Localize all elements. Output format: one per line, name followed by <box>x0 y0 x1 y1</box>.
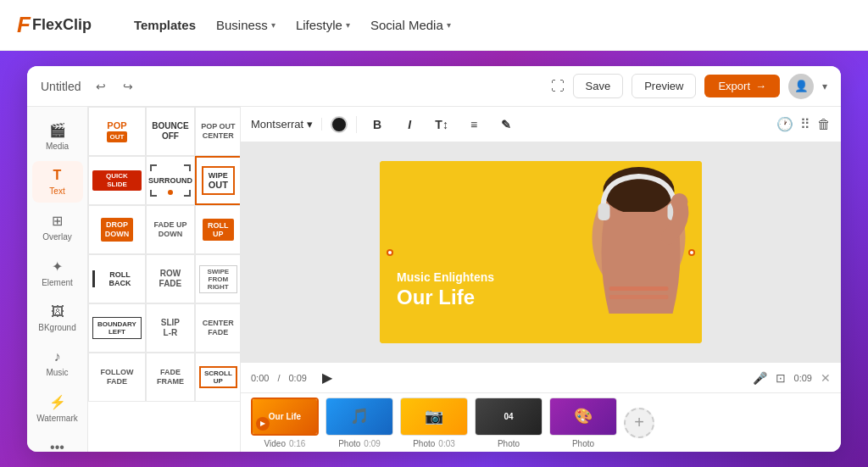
align-button[interactable]: ≡ <box>462 113 486 136</box>
sidebar-item-overlay[interactable]: ⊞ Overlay <box>32 206 83 248</box>
add-clip-button[interactable]: + <box>624 408 654 438</box>
logo-icon: F <box>17 12 31 38</box>
color-picker[interactable] <box>331 116 348 133</box>
close-icon[interactable]: ✕ <box>821 371 831 385</box>
timeline-thumb-4[interactable]: 04 <box>475 398 542 436</box>
text-size-button[interactable]: T↕ <box>430 113 453 136</box>
anim-follow-fade[interactable]: FOLLOWFADE <box>88 353 146 402</box>
logo[interactable]: F FlexClip <box>17 12 92 38</box>
time-separator: / <box>277 373 280 383</box>
sidebar-item-media[interactable]: 🎬 Media <box>32 115 83 158</box>
editor-topbar: Untitled ↩ ↪ ⛶ Save Preview Export → 👤 ▾ <box>27 66 841 107</box>
anim-slip-lr[interactable]: SLIPL-R <box>146 303 195 353</box>
sidebar-item-more[interactable]: ••• More <box>32 433 83 452</box>
anim-quick-slide[interactable]: QUICK SLIDE <box>88 156 146 205</box>
video-frame: Music Enlightens Our Life <box>380 161 702 343</box>
anim-row-fade[interactable]: ROW FADE <box>146 254 195 303</box>
timeline: Our Life ▶ Video 0:16 🎵 <box>241 392 841 452</box>
timeline-thumb-5[interactable]: 🎨 <box>549 398 617 436</box>
chevron-down-icon[interactable]: ▾ <box>822 81 827 92</box>
animation-panel: POP OUT BOUNCEOFF Pop OutCenter QUICK SL… <box>88 107 241 452</box>
nav-lifestyle[interactable]: Lifestyle ▾ <box>296 18 350 32</box>
anim-fade-up-down[interactable]: Fade UpDown <box>146 205 195 254</box>
play-button[interactable]: ▶ <box>315 366 339 390</box>
italic-button[interactable]: I <box>398 113 421 136</box>
edit-button[interactable]: ✎ <box>494 113 518 136</box>
sidebar-item-element[interactable]: ✦ Element <box>32 252 83 294</box>
tl-label-2: Photo <box>338 439 360 448</box>
time-current: 0:00 <box>251 373 269 383</box>
timeline-thumb-2[interactable]: 🎵 <box>326 398 393 436</box>
sidebar-item-watermark[interactable]: ⚡ Watermark <box>32 387 83 430</box>
handle-right[interactable] <box>688 249 695 256</box>
tl-label-4: Photo <box>498 439 520 448</box>
timeline-thumb-3[interactable]: 📷 <box>400 398 468 436</box>
nav-business[interactable]: Business ▾ <box>216 18 275 32</box>
anim-wipe-out[interactable]: WIPE OUT <box>195 156 241 205</box>
anim-center-fade[interactable]: CENTER FADE <box>195 303 241 353</box>
anim-scroll-up[interactable]: SCROLL UP <box>195 353 241 402</box>
person-illustration <box>525 161 702 343</box>
tl-label-1: Video <box>264 439 286 448</box>
anim-roll-back[interactable]: ROLL BACK <box>88 254 146 303</box>
video-canvas: Music Enlightens Our Life <box>241 142 841 362</box>
chevron-down-icon: ▾ <box>271 20 275 30</box>
video-subtitle: Music Enlightens <box>397 270 494 284</box>
anim-pop-out[interactable]: POP OUT <box>88 107 146 156</box>
user-avatar[interactable]: 👤 <box>788 74 814 99</box>
svg-point-5 <box>671 193 688 210</box>
anim-roll-up[interactable]: ROLLUP <box>195 205 241 254</box>
expand-button[interactable]: ⛶ <box>551 79 565 94</box>
timeline-play-icon[interactable]: ▶ <box>256 417 270 431</box>
anim-surround[interactable]: SURROUND <box>146 156 195 205</box>
watermark-icon: ⚡ <box>49 394 66 410</box>
document-title[interactable]: Untitled <box>41 80 81 93</box>
chevron-down-icon: ▾ <box>346 20 350 30</box>
nav-templates[interactable]: Templates <box>134 18 196 32</box>
anim-drop-down[interactable]: DROPDOWN <box>88 205 146 254</box>
vc-right: 🎤 ⊡ 0:09 ✕ <box>753 371 831 385</box>
nav-social-media[interactable]: Social Media ▾ <box>370 18 451 32</box>
crop-icon[interactable]: ⊡ <box>776 371 786 385</box>
anim-swipe-from-right[interactable]: SWIPEFROM RIGHT <box>195 254 241 303</box>
timeline-add-item: + <box>624 408 654 438</box>
left-sidebar: 🎬 Media T Text ⊞ Overlay ✦ Element 🖼 <box>27 107 88 452</box>
font-selector[interactable]: Montserrat ▾ <box>251 118 322 131</box>
video-controls: 0:00 / 0:09 ▶ 🎤 ⊡ 0:09 ✕ <box>241 362 841 392</box>
nav-links: Templates Business ▾ Lifestyle ▾ Social … <box>134 18 451 32</box>
grid-icon[interactable]: ⠿ <box>800 116 810 132</box>
svg-rect-7 <box>609 295 669 299</box>
tl-label-3: Photo <box>413 439 435 448</box>
microphone-icon[interactable]: 🎤 <box>753 371 767 385</box>
anim-pop-out-center[interactable]: Pop OutCenter <box>195 107 241 156</box>
undo-button[interactable]: ↩ <box>91 76 111 97</box>
more-icon: ••• <box>50 440 64 452</box>
export-button[interactable]: Export → <box>704 75 780 97</box>
sidebar-item-background[interactable]: 🖼 BKground <box>32 297 83 339</box>
anim-boundary-left[interactable]: BOUNDARYLEFT <box>88 303 146 353</box>
tl-label-5: Photo <box>572 439 594 448</box>
music-icon: ♪ <box>54 349 61 364</box>
bold-button[interactable]: B <box>365 113 389 136</box>
timeline-thumb-1[interactable]: Our Life ▶ <box>251 398 319 436</box>
sidebar-item-text[interactable]: T Text <box>32 161 83 203</box>
chevron-down-icon: ▾ <box>307 118 313 131</box>
clock-icon[interactable]: 🕐 <box>776 116 793 132</box>
vc-duration: 0:09 <box>794 373 812 383</box>
animation-grid: POP OUT BOUNCEOFF Pop OutCenter QUICK SL… <box>88 107 240 402</box>
handle-left[interactable] <box>387 249 393 256</box>
preview-button[interactable]: Preview <box>632 74 696 98</box>
main-area: Untitled ↩ ↪ ⛶ Save Preview Export → 👤 ▾ <box>0 51 868 467</box>
timeline-item-photo1: 🎵 Photo 0:09 <box>326 398 393 448</box>
export-arrow-icon: → <box>755 80 766 92</box>
video-text-overlay[interactable]: Music Enlightens Our Life <box>397 270 494 309</box>
anim-bounce-off[interactable]: BOUNCEOFF <box>146 107 195 156</box>
redo-button[interactable]: ↪ <box>118 76 138 97</box>
delete-icon[interactable]: 🗑 <box>817 117 831 132</box>
element-icon: ✦ <box>52 259 63 275</box>
timeline-item-photo3: 04 Photo <box>475 398 542 448</box>
topbar-right: ⛶ Save Preview Export → 👤 ▾ <box>551 74 827 99</box>
save-button[interactable]: Save <box>573 74 624 98</box>
anim-fade-frame[interactable]: FADE FRAME <box>146 353 195 402</box>
sidebar-item-music[interactable]: ♪ Music <box>32 342 83 384</box>
